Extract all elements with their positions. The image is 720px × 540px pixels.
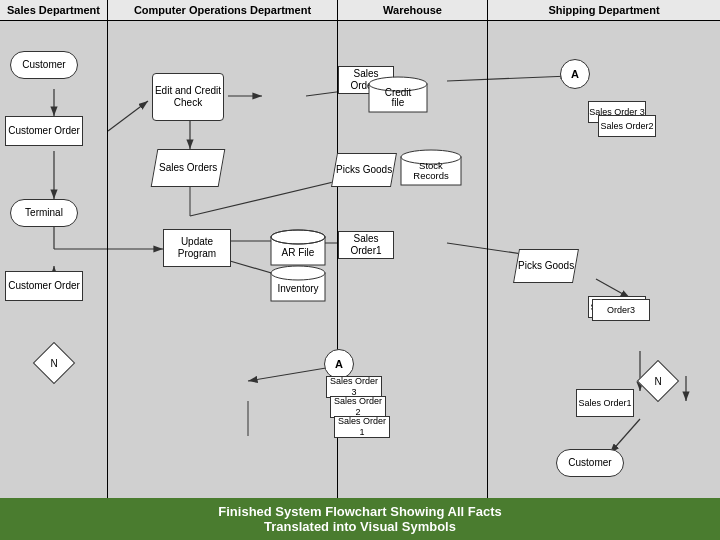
- update-program-shape: Update Program: [163, 229, 231, 267]
- flowchart-area: Customer Customer Order Terminal Custome…: [0, 21, 720, 498]
- dept-computer: Computer Operations Department: [108, 0, 338, 20]
- n-sales-diamond: N: [32, 341, 76, 385]
- terminal-shape: Terminal: [10, 199, 78, 227]
- customer-order2-shape: Customer Order: [5, 271, 83, 301]
- sales-order1-wh2-shape: Sales Order1: [338, 231, 394, 259]
- inventory-shape: Inventory: [270, 265, 326, 303]
- footer: Finished System Flowchart Showing All Fa…: [0, 498, 720, 540]
- dept-sales: Sales Department: [0, 0, 108, 20]
- dept-warehouse: Warehouse: [338, 0, 488, 20]
- svg-text:Records: Records: [413, 170, 449, 181]
- lane-sales: Customer Customer Order Terminal Custome…: [0, 21, 108, 498]
- picks-goods1-shape: Picks Goods: [334, 153, 394, 187]
- sales-order1-ship-shape: Sales Order1: [576, 389, 634, 417]
- svg-text:AR File: AR File: [282, 247, 315, 258]
- main-container: Sales Department Computer Operations Dep…: [0, 0, 720, 540]
- picks-goods2-shape: Picks Goods: [516, 249, 576, 283]
- svg-point-29: [271, 266, 325, 280]
- n-ship-diamond: N: [636, 359, 680, 403]
- lane-shipping: A Sales Order 3 Sales Order2 Picks Goods…: [488, 21, 720, 498]
- customer-end-shape: Customer: [556, 449, 624, 477]
- customer-order-shape: Customer Order: [5, 116, 83, 146]
- stock-records-shape: Stock Records: [400, 149, 462, 189]
- sales-order2-ship-top: Sales Order2: [598, 115, 656, 137]
- header: Sales Department Computer Operations Dep…: [0, 0, 720, 21]
- edit-credit-check-shape: Edit and Credit Check: [152, 73, 224, 121]
- customer-shape: Customer: [10, 51, 78, 79]
- dept-shipping: Shipping Department: [488, 0, 720, 20]
- connector-a-top: A: [560, 59, 590, 89]
- svg-text:Inventory: Inventory: [277, 283, 318, 294]
- credit-file-shape: Credit file: [368, 76, 428, 114]
- sales-orders-shape: Sales Orders: [154, 149, 222, 187]
- lane-computer: Edit and Credit Check Sales Orders Updat…: [108, 21, 338, 498]
- ar-file-shape: AR File: [270, 229, 326, 267]
- svg-text:file: file: [392, 97, 405, 108]
